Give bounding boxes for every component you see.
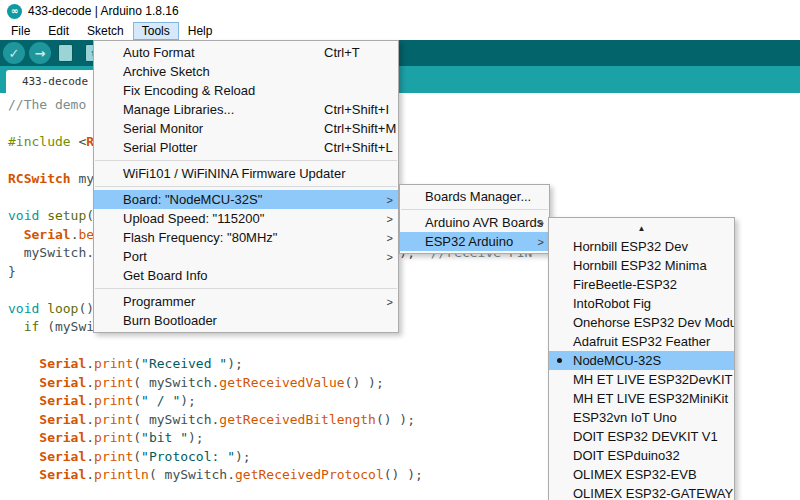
menu-item-label: Get Board Info	[123, 268, 208, 283]
title-bar: ∞ 433-decode | Arduino 1.8.16	[0, 0, 800, 22]
menu-item-shortcut: Ctrl+Shift+L	[324, 140, 393, 155]
menu-item-doit-espduino32[interactable]: DOIT ESPduino32	[549, 446, 734, 465]
menubar-item-tools[interactable]: Tools	[133, 22, 179, 40]
menu-item-upload-speed-115200[interactable]: Upload Speed: "115200">	[94, 209, 398, 228]
menu-item-boards-manager[interactable]: Boards Manager...	[400, 187, 549, 206]
menubar-item-file[interactable]: File	[2, 22, 39, 40]
scroll-up-arrow[interactable]: ▲	[549, 220, 734, 237]
tools-dropdown-menu: Auto FormatCtrl+TArchive SketchFix Encod…	[93, 40, 399, 333]
menu-item-firebeetle-esp32[interactable]: FireBeetle-ESP32	[549, 275, 734, 294]
menu-item-label: IntoRobot Fig	[573, 296, 651, 311]
menu-item-label: Hornbill ESP32 Minima	[573, 258, 707, 273]
menu-separator	[401, 209, 548, 210]
submenu-arrow-icon: >	[387, 213, 393, 225]
menu-item-label: FireBeetle-ESP32	[573, 277, 677, 292]
code-line: Serial.print("bit ");	[8, 429, 532, 448]
menu-item-esp32-arduino[interactable]: ESP32 Arduino>	[400, 232, 549, 251]
menu-item-doit-esp32-devkit-v1[interactable]: DOIT ESP32 DEVKIT V1	[549, 427, 734, 446]
arduino-logo-icon: ∞	[7, 4, 22, 19]
menubar-item-edit[interactable]: Edit	[39, 22, 78, 40]
menu-item-hornbill-esp32-minima[interactable]: Hornbill ESP32 Minima	[549, 256, 734, 275]
menu-item-arduino-avr-boards[interactable]: Arduino AVR Boards>	[400, 213, 549, 232]
menu-bar: File Edit Sketch Tools Help	[0, 22, 800, 40]
menu-item-auto-format[interactable]: Auto FormatCtrl+T	[94, 43, 398, 62]
menu-item-label: Manage Libraries...	[123, 102, 234, 117]
menu-separator	[95, 288, 397, 289]
menu-item-fix-encoding-reload[interactable]: Fix Encoding & Reload	[94, 81, 398, 100]
menu-separator	[95, 186, 397, 187]
menu-item-label: DOIT ESP32 DEVKIT V1	[573, 429, 718, 444]
menu-item-label: ESP32vn IoT Uno	[573, 410, 677, 425]
menu-item-label: Onehorse ESP32 Dev Module	[573, 315, 735, 330]
menu-item-label: Archive Sketch	[123, 64, 210, 79]
menu-item-programmer[interactable]: Programmer>	[94, 292, 398, 311]
menu-item-label: ESP32 Arduino	[425, 234, 513, 249]
tab-433-decode[interactable]: 433-decode	[6, 70, 104, 93]
menu-item-nodemcu-32s[interactable]: NodeMCU-32S	[549, 351, 734, 370]
code-line: Serial.println( mySwitch.getReceivedProt…	[8, 466, 532, 485]
submenu-arrow-icon: >	[387, 194, 393, 206]
menu-item-label: Serial Plotter	[123, 140, 197, 155]
submenu-arrow-icon: >	[538, 217, 544, 229]
menu-item-label: WiFi101 / WiFiNINA Firmware Updater	[123, 166, 345, 181]
menu-item-label: OLIMEX ESP32-EVB	[573, 467, 697, 482]
menu-item-get-board-info[interactable]: Get Board Info	[94, 266, 398, 285]
menu-item-shortcut: Ctrl+Shift+M	[324, 121, 396, 136]
menu-item-label: OLIMEX ESP32-GATEWAY	[573, 486, 733, 500]
menu-item-hornbill-esp32-dev[interactable]: Hornbill ESP32 Dev	[549, 237, 734, 256]
code-line: Serial.print( mySwitch.getReceivedValue(…	[8, 374, 532, 393]
document-icon	[58, 44, 73, 62]
menu-item-label: Adafruit ESP32 Feather	[573, 334, 710, 349]
menu-item-port[interactable]: Port>	[94, 247, 398, 266]
menu-item-label: Programmer	[123, 294, 195, 309]
menu-item-label: DOIT ESPduino32	[573, 448, 680, 463]
esp32-boards-submenu: ▲Hornbill ESP32 DevHornbill ESP32 Minima…	[548, 217, 735, 500]
menu-item-archive-sketch[interactable]: Archive Sketch	[94, 62, 398, 81]
code-line: Serial.print( mySwitch.getReceivedBitlen…	[8, 411, 532, 430]
menu-item-label: Boards Manager...	[425, 189, 531, 204]
menu-item-wifi101-wifinina-firmware-updater[interactable]: WiFi101 / WiFiNINA Firmware Updater	[94, 164, 398, 183]
menu-item-intorobot-fig[interactable]: IntoRobot Fig	[549, 294, 734, 313]
selected-radio-dot-icon	[557, 358, 562, 363]
board-submenu: Boards Manager...Arduino AVR Boards>ESP3…	[399, 184, 550, 254]
menu-item-onehorse-esp32-dev-module[interactable]: Onehorse ESP32 Dev Module	[549, 313, 734, 332]
upload-button[interactable]: →	[29, 42, 51, 64]
submenu-arrow-icon: >	[387, 251, 393, 263]
submenu-arrow-icon: >	[387, 296, 393, 308]
menu-item-manage-libraries[interactable]: Manage Libraries...Ctrl+Shift+I	[94, 100, 398, 119]
code-line: Serial.print(" / ");	[8, 392, 532, 411]
menu-item-label: Serial Monitor	[123, 121, 203, 136]
menu-item-shortcut: Ctrl+Shift+I	[324, 102, 389, 117]
menu-item-serial-monitor[interactable]: Serial MonitorCtrl+Shift+M	[94, 119, 398, 138]
code-line: Serial.print("Protocol: ");	[8, 448, 532, 467]
menu-item-label: Arduino AVR Boards	[425, 215, 543, 230]
menu-item-esp32vn-iot-uno[interactable]: ESP32vn IoT Uno	[549, 408, 734, 427]
menu-item-mh-et-live-esp32minikit[interactable]: MH ET LIVE ESP32MiniKit	[549, 389, 734, 408]
menu-item-label: Flash Frequency: "80MHz"	[123, 230, 277, 245]
check-icon: ✓	[9, 46, 20, 61]
menu-item-label: Hornbill ESP32 Dev	[573, 239, 688, 254]
menu-item-label: Burn Bootloader	[123, 313, 217, 328]
menu-item-label: Port	[123, 249, 147, 264]
menu-item-olimex-esp32-gateway[interactable]: OLIMEX ESP32-GATEWAY	[549, 484, 734, 500]
menubar-item-sketch[interactable]: Sketch	[78, 22, 133, 40]
submenu-arrow-icon: >	[387, 232, 393, 244]
menu-item-flash-frequency-80mhz[interactable]: Flash Frequency: "80MHz">	[94, 228, 398, 247]
menu-separator	[95, 160, 397, 161]
menu-item-label: Auto Format	[123, 45, 195, 60]
menu-item-shortcut: Ctrl+T	[324, 45, 360, 60]
right-arrow-icon: →	[35, 46, 46, 61]
menu-item-label: Upload Speed: "115200"	[123, 211, 264, 226]
menu-item-board-nodemcu-32s[interactable]: Board: "NodeMCU-32S">	[94, 190, 398, 209]
code-line	[8, 337, 532, 356]
menu-item-adafruit-esp32-feather[interactable]: Adafruit ESP32 Feather	[549, 332, 734, 351]
verify-button[interactable]: ✓	[3, 42, 25, 64]
menu-item-serial-plotter[interactable]: Serial PlotterCtrl+Shift+L	[94, 138, 398, 157]
menu-item-burn-bootloader[interactable]: Burn Bootloader	[94, 311, 398, 330]
menubar-item-help[interactable]: Help	[179, 22, 222, 40]
window-title: 433-decode | Arduino 1.8.16	[28, 4, 179, 18]
menu-item-mh-et-live-esp32devkit[interactable]: MH ET LIVE ESP32DevKIT	[549, 370, 734, 389]
menu-item-olimex-esp32-evb[interactable]: OLIMEX ESP32-EVB	[549, 465, 734, 484]
new-sketch-button[interactable]	[56, 43, 75, 63]
code-line: Serial.print("Received ");	[8, 355, 532, 374]
